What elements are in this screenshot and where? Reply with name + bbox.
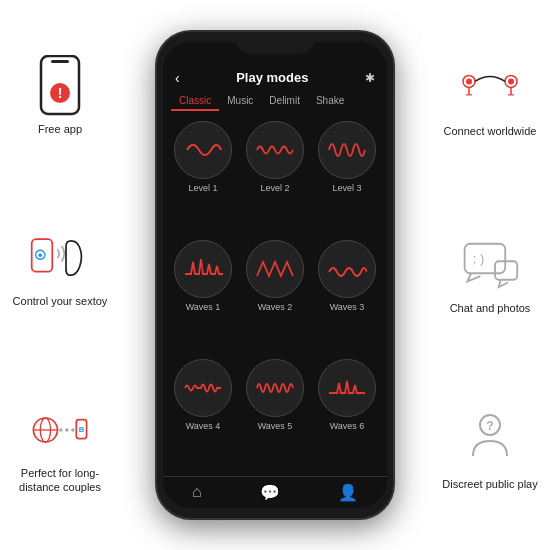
tab-delimit[interactable]: Delimit [261, 92, 308, 111]
free-app-icon: ! [30, 56, 90, 116]
left-features: ! Free app ⦿ Control your [0, 0, 120, 550]
svg-point-9 [59, 428, 62, 431]
mode-circle-level3[interactable] [318, 121, 376, 179]
nav-home-icon[interactable]: ⌂ [192, 483, 202, 501]
mode-label-waves2: Waves 2 [258, 302, 293, 312]
mode-level1[interactable]: Level 1 [171, 121, 235, 232]
svg-text:; ): ; ) [473, 251, 484, 266]
nav-chat-icon[interactable]: 💬 [260, 483, 280, 502]
mode-waves5[interactable]: Waves 5 [243, 359, 307, 470]
phone-screen: ‹ Play modes ✱ Classic Music Delimit Sha… [163, 42, 387, 508]
mode-circle-level1[interactable] [174, 121, 232, 179]
svg-text:?: ? [486, 419, 493, 433]
discreet-label: Discreet public play [442, 477, 537, 491]
mode-circle-waves5[interactable] [246, 359, 304, 417]
svg-text:⦿: ⦿ [34, 248, 46, 262]
mode-grid: Level 1 Level 2 [163, 115, 387, 476]
svg-rect-19 [465, 244, 506, 274]
mode-level3[interactable]: Level 3 [315, 121, 379, 232]
mode-waves3[interactable]: Waves 3 [315, 240, 379, 351]
mode-waves4[interactable]: Waves 4 [171, 359, 235, 470]
control-icon: ⦿ [30, 228, 90, 288]
tab-music[interactable]: Music [219, 92, 261, 111]
mode-level2[interactable]: Level 2 [243, 121, 307, 232]
svg-point-16 [466, 78, 472, 84]
phone: ‹ Play modes ✱ Classic Music Delimit Sha… [155, 30, 395, 520]
tab-shake[interactable]: Shake [308, 92, 352, 111]
mode-circle-level2[interactable] [246, 121, 304, 179]
nav-profile-icon[interactable]: 👤 [338, 483, 358, 502]
feature-free-app: ! Free app [30, 56, 90, 136]
svg-point-18 [508, 78, 514, 84]
chat-label: Chat and photos [450, 301, 531, 315]
screen-title: Play modes [236, 70, 308, 85]
svg-rect-21 [495, 262, 517, 280]
free-app-label: Free app [38, 122, 82, 136]
svg-point-11 [71, 428, 74, 431]
mode-waves1[interactable]: Waves 1 [171, 240, 235, 351]
right-features: Connect worldwide ; ) Chat and photos [430, 0, 549, 550]
control-label: Control your sextoy [13, 294, 108, 308]
feature-long-distance: B Perfect for long-distance couples [5, 400, 115, 495]
svg-text:!: ! [58, 85, 63, 101]
main-layout: ! Free app ⦿ Control your [0, 0, 549, 550]
mode-label-waves3: Waves 3 [330, 302, 365, 312]
mode-label-level2: Level 2 [260, 183, 289, 193]
feature-connect: Connect worldwide [444, 58, 537, 138]
feature-chat: ; ) Chat and photos [450, 235, 531, 315]
mode-circle-waves1[interactable] [174, 240, 232, 298]
svg-point-10 [65, 428, 68, 431]
mode-label-waves6: Waves 6 [330, 421, 365, 431]
phone-wrapper: ‹ Play modes ✱ Classic Music Delimit Sha… [120, 0, 430, 550]
mode-label-level1: Level 1 [188, 183, 217, 193]
connect-icon [460, 58, 520, 118]
mode-label-level3: Level 3 [332, 183, 361, 193]
mode-waves6[interactable]: Waves 6 [315, 359, 379, 470]
mode-label-waves5: Waves 5 [258, 421, 293, 431]
phone-notch [235, 32, 315, 54]
svg-text:B: B [79, 424, 85, 433]
discreet-icon: ? [460, 411, 520, 471]
svg-rect-1 [51, 60, 69, 63]
mode-circle-waves6[interactable] [318, 359, 376, 417]
screen-tabs: Classic Music Delimit Shake [163, 92, 387, 111]
chat-icon: ; ) [460, 235, 520, 295]
long-distance-label: Perfect for long-distance couples [5, 466, 115, 495]
tab-classic[interactable]: Classic [171, 92, 219, 111]
feature-control: ⦿ Control your sextoy [13, 228, 108, 308]
feature-discreet: ? Discreet public play [442, 411, 537, 491]
long-distance-icon: B [30, 400, 90, 460]
mode-circle-waves3[interactable] [318, 240, 376, 298]
back-button[interactable]: ‹ [175, 70, 180, 86]
screen-nav: ⌂ 💬 👤 [163, 476, 387, 508]
mode-label-waves1: Waves 1 [186, 302, 221, 312]
mode-label-waves4: Waves 4 [186, 421, 221, 431]
mode-circle-waves2[interactable] [246, 240, 304, 298]
mode-waves2[interactable]: Waves 2 [243, 240, 307, 351]
bluetooth-icon: ✱ [365, 71, 375, 85]
mode-circle-waves4[interactable] [174, 359, 232, 417]
connect-label: Connect worldwide [444, 124, 537, 138]
